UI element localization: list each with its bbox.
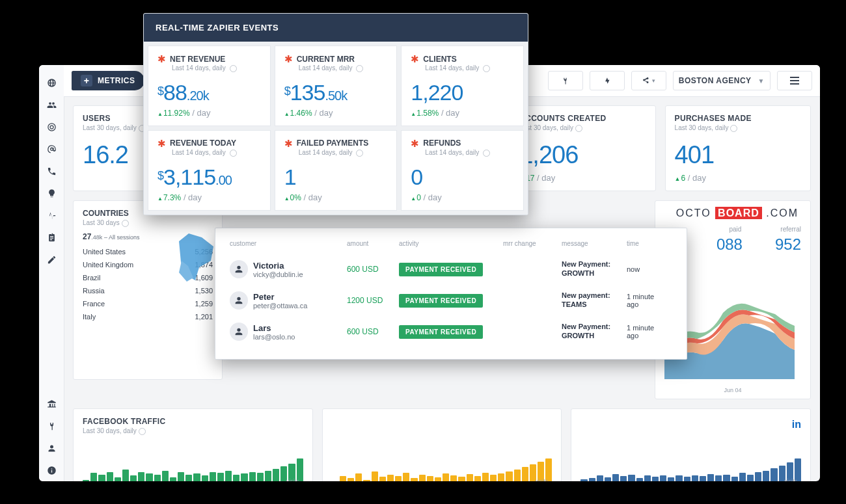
kpi-delta: 17 / day — [519, 173, 646, 183]
avatar-icon — [230, 323, 248, 341]
avatar-icon — [230, 260, 248, 278]
status-badge: PAYMENT RECEIVED — [399, 325, 483, 339]
zapier-kpi[interactable]: ✱NET REVENUELast 14 days, daily $88.20k1… — [148, 46, 271, 126]
bulb-icon[interactable] — [39, 182, 64, 204]
pulse-icon[interactable] — [39, 204, 64, 226]
zapier-kpi[interactable]: ✱REFUNDSLast 14 days, daily 00 / day — [401, 130, 524, 211]
chart-peak: visits996 — [282, 478, 299, 481]
status-badge: PAYMENT RECEIVED — [399, 294, 483, 308]
zapier-icon: ✱ — [284, 54, 293, 64]
card-sub: Last 30 days, daily — [83, 427, 303, 435]
hamburger-icon — [790, 77, 799, 85]
add-metrics-button[interactable]: + METRICS — [72, 71, 144, 90]
zapier-icon: ✱ — [411, 139, 419, 148]
country-row[interactable]: France1,259 — [83, 297, 213, 310]
bar-chart — [83, 458, 303, 481]
zapier-icon: ✱ — [157, 54, 166, 64]
kpi-title: PURCHASES MADE — [675, 114, 801, 123]
zapier-icon: ✱ — [411, 54, 419, 64]
card-sub: Last 30 days — [83, 219, 213, 227]
clipboard-icon[interactable] — [39, 226, 64, 248]
at-icon[interactable] — [39, 138, 64, 160]
countries-card[interactable]: COUNTRIES Last 30 days 27.48k – All sess… — [73, 200, 223, 380]
metrics-label: METRICS — [98, 76, 135, 85]
people-icon[interactable] — [39, 94, 64, 116]
info-icon[interactable] — [39, 459, 64, 481]
events-panel: customer amount activity mrr change mess… — [215, 228, 687, 360]
kpi-value: 1,206 — [519, 141, 646, 169]
agency-label: BOSTON AGENCY — [679, 76, 752, 85]
facebook-traffic-card[interactable]: FACEBOOK TRAFFIC Last 30 days, daily vis… — [73, 408, 313, 481]
chevron-down-icon: ▼ — [758, 77, 765, 85]
zapier-panel: REAL-TIME ZAPIER EVENTS ✱NET REVENUELast… — [143, 13, 528, 215]
table-row[interactable]: Larslars@oslo.no600 USDPAYMENT RECEIVEDN… — [230, 316, 672, 347]
bank-icon[interactable] — [39, 393, 64, 415]
edit-icon[interactable] — [39, 248, 64, 271]
chart-peak: visits2,101 — [522, 478, 548, 481]
spark-button[interactable] — [590, 71, 625, 90]
phone-icon[interactable] — [39, 160, 64, 182]
chart-xlabel: Jun 04 — [655, 387, 810, 393]
kpi-sub: Last 30 days, daily — [519, 124, 646, 132]
zapier-grid: ✱NET REVENUELast 14 days, daily $88.20k1… — [144, 42, 528, 215]
globe-icon[interactable] — [39, 72, 64, 94]
plus-icon: + — [81, 75, 92, 86]
connector-button[interactable] — [548, 71, 583, 90]
share-button[interactable]: ▾ — [631, 71, 666, 90]
table-row[interactable]: Victoriavicky@dublin.ie600 USDPAYMENT RE… — [230, 254, 672, 285]
kpi-delta: 6 / day — [675, 173, 801, 183]
zapier-header: REAL-TIME ZAPIER EVENTS — [144, 14, 528, 42]
zapier-kpi[interactable]: ✱CLIENTSLast 14 days, daily 1,2201.58% /… — [401, 46, 524, 126]
linkedin-icon: in — [792, 419, 801, 431]
octoboard-logo: OCTO BOARD .COM — [676, 207, 798, 219]
kpi-title: ACCOUNTS CREATED — [519, 114, 646, 123]
sidebar-nav — [39, 65, 64, 481]
country-row[interactable]: Italy1,201 — [83, 310, 213, 323]
card-title: FACEBOOK TRAFFIC — [83, 417, 303, 426]
zapier-icon: ✱ — [157, 139, 166, 148]
kpi-value: 401 — [675, 141, 801, 169]
zapier-kpi[interactable]: ✱REVENUE TODAYLast 14 days, daily $3,115… — [148, 130, 271, 211]
status-badge: PAYMENT RECEIVED — [399, 263, 483, 276]
bar-chart — [580, 458, 801, 481]
plug-icon[interactable] — [39, 415, 64, 437]
user-icon[interactable] — [39, 437, 64, 459]
map-icon — [172, 228, 218, 287]
table-header: customer amount activity mrr change mess… — [230, 240, 672, 247]
avatar-icon — [230, 291, 248, 310]
kpi-purchases[interactable]: PURCHASES MADE Last 30 days, daily 401 6… — [665, 105, 811, 191]
caret-icon: ▾ — [652, 77, 655, 84]
agency-dropdown[interactable]: BOSTON AGENCY ▼ — [673, 71, 771, 90]
target-icon[interactable] — [39, 116, 64, 138]
zapier-kpi[interactable]: ✱CURRENT MRRLast 14 days, daily $135.50k… — [275, 46, 398, 126]
zapier-kpi[interactable]: ✱FAILED PAYMENTSLast 14 days, daily 10% … — [275, 130, 398, 211]
chart-peak: visits1,517 — [771, 478, 797, 481]
menu-button[interactable] — [777, 71, 812, 90]
yellow-traffic-card[interactable]: visits2,101 May 13May 20May 27Jun 03 — [322, 408, 562, 481]
bar-chart — [332, 458, 553, 481]
kpi-sub: Last 30 days, daily — [675, 124, 801, 132]
kpi-accounts[interactable]: ACCOUNTS CREATED Last 30 days, daily 1,2… — [510, 105, 655, 191]
zapier-icon: ✱ — [284, 139, 293, 148]
table-row[interactable]: Peterpeter@ottawa.ca1200 USDPAYMENT RECE… — [230, 285, 672, 316]
linkedin-traffic-card[interactable]: in visits1,517 May 13May 20May 27Jun 03 — [571, 408, 811, 481]
